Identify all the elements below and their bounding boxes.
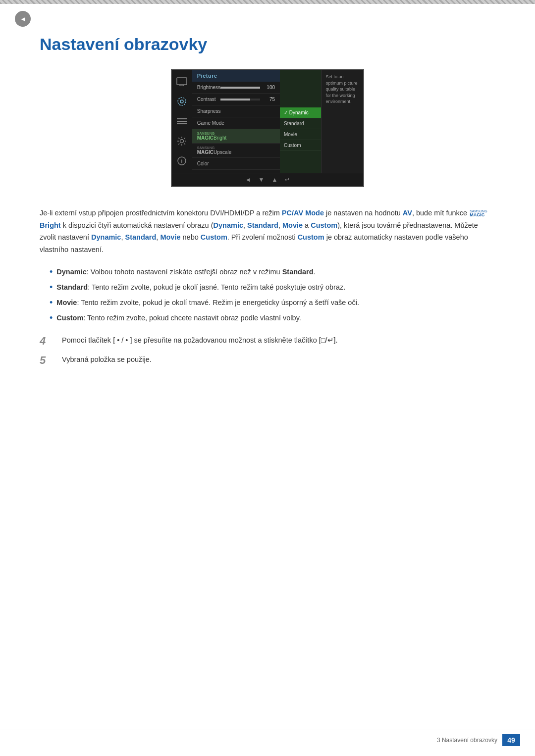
svg-point-5	[178, 98, 186, 105]
bullet-text-1: Dynamic: Volbou tohoto nastavení získáte…	[56, 266, 315, 278]
custom-label-2: Custom	[201, 233, 227, 241]
menu-icon	[175, 114, 189, 128]
contrast-bar-container: 75	[220, 97, 275, 102]
contrast-label: Contrast	[197, 97, 220, 102]
sidebar-icons: i	[172, 70, 192, 173]
page-number: 49	[502, 734, 520, 746]
bullet-dot-4: •	[50, 312, 53, 324]
step-5: 5 Vybraná položka se použije.	[40, 353, 495, 368]
top-stripe	[0, 0, 535, 4]
contrast-fill	[220, 99, 250, 101]
bullet-dynamic: • Dynamic: Volbou tohoto nastavení získá…	[50, 266, 495, 278]
dynamic-label-1: Dynamic	[214, 221, 243, 229]
page-container: ◂ Nastavení obrazovky	[0, 0, 535, 756]
osd-submenu-panel: ✓ Dynamic Standard Movie Custom	[280, 70, 321, 173]
info-icon: i	[175, 154, 189, 168]
custom-label-3: Custom	[298, 233, 324, 241]
bullet-custom: • Custom: Tento režim zvolte, pokud chce…	[50, 312, 495, 324]
brightness-bar	[220, 87, 260, 89]
footer-label: 3 Nastavení obrazovky	[437, 737, 497, 744]
step-5-text: Vybraná položka se použije.	[62, 353, 152, 366]
osd-left-menu: Picture Brightness 100 Contrast	[192, 70, 280, 173]
submenu-standard: Standard	[280, 118, 321, 129]
page-footer: 3 Nastavení obrazovky 49	[0, 729, 535, 746]
brightness-value: 100	[263, 85, 275, 90]
nav-enter: ↵	[285, 176, 290, 183]
bullet-text-4: Custom: Tento režim zvolte, pokud chcete…	[56, 312, 301, 324]
dynamic-label-2: Dynamic	[91, 233, 121, 241]
bullet-dot-1: •	[50, 266, 53, 278]
osd-bottom-bar: ◄ ▼ ▲ ↵	[172, 173, 363, 186]
contrast-value: 75	[263, 97, 275, 102]
settings-icon	[175, 95, 189, 108]
standard-label-2: Standard	[125, 233, 157, 241]
pcav-mode-label: PC/AV Mode	[282, 209, 324, 217]
step-4-text: Pomocí tlačítek [ • / • ] se přesuňte na…	[62, 334, 338, 347]
brightness-bar-container: 100	[220, 85, 275, 90]
step-4-number: 4	[40, 334, 54, 349]
bullet-dot-3: •	[50, 297, 53, 309]
svg-point-4	[180, 100, 183, 103]
osd-header: Picture	[192, 70, 280, 82]
numbered-steps: 4 Pomocí tlačítek [ • / • ] se přesuňte …	[40, 334, 495, 367]
nav-up: ▲	[271, 176, 277, 183]
info-panel-text: Set to an optimum picture quality suitab…	[325, 74, 357, 104]
monitor-ui: i Picture Brightness 100	[171, 69, 364, 187]
nav-left: ◄	[245, 176, 251, 183]
svg-rect-0	[177, 78, 187, 85]
standard-label-1: Standard	[247, 221, 278, 229]
gamemode-label: Game Mode	[197, 120, 275, 126]
bullet-dot-2: •	[50, 281, 53, 294]
submenu-custom: Custom	[280, 140, 321, 151]
monitor-area: i Picture Brightness 100	[40, 69, 495, 187]
osd-color-row: Color	[192, 158, 280, 170]
osd-magicupscale-row: SAMSUNG MAGICUpscale	[192, 144, 280, 158]
bullet-list: • Dynamic: Volbou tohoto nastavení získá…	[50, 266, 495, 325]
svg-point-9	[180, 140, 184, 143]
brightness-label: Brightness	[197, 85, 220, 90]
osd-gamemode-row: Game Mode	[192, 117, 280, 129]
nav-down: ▼	[259, 176, 265, 183]
magicbright-label: SAMSUNG MAGICBright	[197, 132, 275, 141]
monitor-icon	[175, 75, 189, 89]
color-label: Color	[197, 161, 275, 166]
sharpness-label: Sharpness	[197, 108, 275, 114]
submenu-movie: Movie	[280, 129, 321, 140]
bullet-movie: • Movie: Tento režim zvolte, pokud je ok…	[50, 297, 495, 309]
page-title: Nastavení obrazovky	[40, 35, 495, 54]
step-4: 4 Pomocí tlačítek [ • / • ] se přesuňte …	[40, 334, 495, 349]
contrast-bar	[220, 99, 260, 101]
bright-label: Bright	[40, 221, 61, 229]
brightness-fill	[220, 87, 260, 89]
osd-brightness-row: Brightness 100	[192, 82, 280, 94]
submenu-dynamic: ✓ Dynamic	[280, 107, 321, 118]
custom-label-1: Custom	[311, 221, 337, 229]
bullet-standard: • Standard: Tento režim zvolte, pokud je…	[50, 281, 495, 294]
osd-contrast-row: Contrast 75	[192, 94, 280, 105]
content-paragraph: Je-li externí vstup připojen prostřednic…	[40, 207, 495, 256]
step-5-number: 5	[40, 353, 54, 368]
gear-icon	[175, 134, 189, 148]
magicupscale-label: SAMSUNG MAGICUpscale	[197, 146, 275, 155]
movie-label-1: Movie	[282, 221, 303, 229]
av-label: AV	[403, 209, 412, 217]
movie-label-2: Movie	[160, 233, 180, 241]
bullet-text-3: Movie: Tento režim zvolte, pokud je okol…	[56, 297, 359, 309]
osd-info-panel: Set to an optimum picture quality suitab…	[321, 70, 363, 173]
osd-sharpness-row: Sharpness	[192, 105, 280, 117]
svg-text:i: i	[181, 158, 183, 164]
back-button[interactable]: ◂	[15, 11, 31, 27]
bullet-text-2: Standard: Tento režim zvolte, pokud je o…	[56, 281, 345, 294]
samsung-magic-label: SAMSUNG MAGIC	[470, 209, 487, 217]
osd-magicbright-row: SAMSUNG MAGICBright	[192, 129, 280, 144]
